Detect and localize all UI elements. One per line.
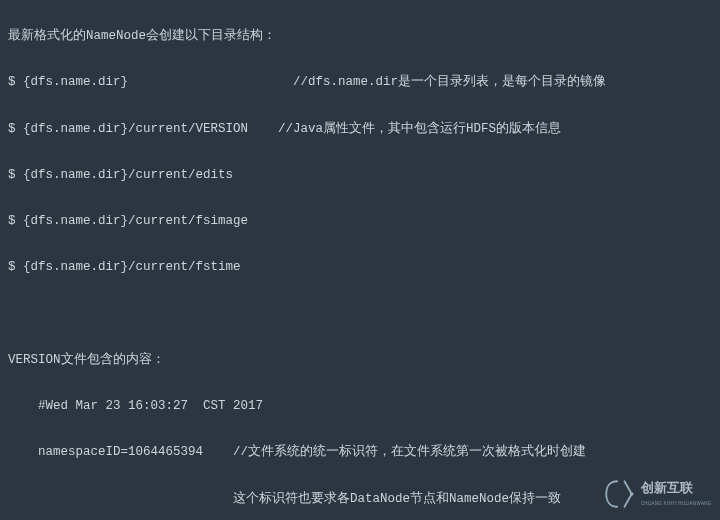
intro-line: 最新格式化的NameNode会创建以下目录结构： [8, 25, 712, 48]
ver-line-1: namespaceID=1064465394 //文件系统的统一标识符，在文件系… [8, 441, 712, 464]
dir-line-4: $ {dfs.name.dir}/current/fstime [8, 256, 712, 279]
section-header: VERSION文件包含的内容： [8, 349, 712, 372]
ver-line-2: 这个标识符也要求各DataNode节点和NameNode保持一致 [8, 488, 712, 511]
code-block: 最新格式化的NameNode会创建以下目录结构： $ {dfs.name.dir… [0, 0, 720, 520]
blank-line: ​ [8, 303, 712, 326]
ver-line-0: #Wed Mar 23 16:03:27 CST 2017 [8, 395, 712, 418]
dir-line-0: $ {dfs.name.dir} //dfs.name.dir是一个目录列表，是… [8, 71, 712, 94]
dir-line-3: $ {dfs.name.dir}/current/fsimage [8, 210, 712, 233]
dir-line-1: $ {dfs.name.dir}/current/VERSION //Java属… [8, 118, 712, 141]
dir-line-2: $ {dfs.name.dir}/current/edits [8, 164, 712, 187]
